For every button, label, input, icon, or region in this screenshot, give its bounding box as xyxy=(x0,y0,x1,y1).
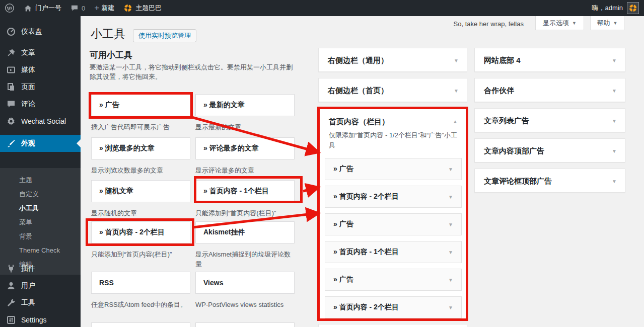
widget-desc: 显示浏览次数最多的文章 xyxy=(91,166,191,175)
widget-card-most-commented[interactable]: » 评论最多的文章 xyxy=(195,137,295,159)
plus-icon: + xyxy=(94,3,99,13)
chevron-down-icon[interactable]: ▼ xyxy=(612,88,617,94)
chevron-down-icon[interactable]: ▼ xyxy=(448,305,453,310)
submenu-item-background[interactable]: 背景 xyxy=(0,229,81,243)
available-widgets-intro: 要激活某一小工具，将它拖动到侧栏或点击它。要禁用某一小工具并删除其设置，将它拖回… xyxy=(90,62,295,81)
placed-widget-ad[interactable]: » 广告▼ xyxy=(325,158,462,180)
comment-count: 0 xyxy=(82,5,85,12)
wordpress-logo-icon xyxy=(5,3,15,13)
widget-card-partial[interactable] xyxy=(91,322,190,327)
new-content-menu[interactable]: + 新建 xyxy=(90,0,119,16)
widget-card-home-2col[interactable]: » 首页内容 - 2个栏目 xyxy=(91,221,190,243)
media-icon xyxy=(6,65,16,75)
comments-shortcut[interactable]: 0 xyxy=(66,0,90,16)
available-widgets-heading: 可用小工具 xyxy=(90,49,132,61)
sidebar-item-comments[interactable]: 评论 xyxy=(0,96,81,113)
widget-card-ad[interactable]: » 广告 xyxy=(91,94,190,116)
help-tab[interactable]: 帮助 ▼ xyxy=(590,16,624,30)
sidebar-panel-right-general[interactable]: 右侧边栏（通用） ▼ xyxy=(318,48,467,72)
widget-desc: 任意RSS或Atom feed中的条目。 xyxy=(91,300,191,309)
widget-card-random-posts[interactable]: » 随机文章 xyxy=(91,180,190,202)
chevron-down-icon[interactable]: ▼ xyxy=(454,58,459,63)
sidebar-item-media[interactable]: 媒体 xyxy=(0,61,81,78)
screen-options-tab[interactable]: 显示选项 ▼ xyxy=(535,16,584,30)
sidebar-item-settings[interactable]: Settings xyxy=(0,311,81,327)
widget-desc: 显示评论最多的文章 xyxy=(195,166,296,175)
chevron-down-icon[interactable]: ▼ xyxy=(454,88,459,94)
widget-card-most-viewed[interactable]: » 浏览最多的文章 xyxy=(91,137,190,159)
wrench-icon xyxy=(6,298,16,308)
admin-bar: 门户一号 0 + 新建 主题巴巴 嗨，admin xyxy=(0,0,644,16)
submenu-item-customize[interactable]: 自定义 xyxy=(0,187,81,201)
placed-widget-ad[interactable]: » 广告▼ xyxy=(325,269,462,291)
visit-site-link[interactable]: 门户一号 xyxy=(19,0,66,16)
widget-card-views[interactable]: Views xyxy=(195,272,295,294)
main-content: So, take her wrap, fellas 显示选项 ▼ 帮助 ▼ 小工… xyxy=(81,16,644,327)
sidebar-item-pages[interactable]: 页面 xyxy=(0,78,81,96)
chevron-down-icon[interactable]: ▼ xyxy=(448,277,453,283)
sidebar-item-plugins[interactable]: 插件 xyxy=(0,260,81,277)
panel-title[interactable]: 首页内容（栏目） xyxy=(329,117,389,127)
chevron-down-icon[interactable]: ▼ xyxy=(612,148,617,154)
placed-widget-home-2col[interactable]: » 首页内容 - 2个栏目▼ xyxy=(325,296,462,318)
sidebar-panel-list-ad[interactable]: 文章列表广告 ▼ xyxy=(474,108,625,132)
sidebar-panel-comment-top-ad[interactable]: 文章评论框顶部广告 ▼ xyxy=(474,169,625,193)
sidebar-item-posts[interactable]: 文章 xyxy=(0,44,81,61)
avatar-logo-icon xyxy=(628,4,637,13)
comments-icon xyxy=(6,99,16,109)
chevron-down-icon[interactable]: ▼ xyxy=(612,58,617,63)
submenu-item-widgets[interactable]: 小工具 xyxy=(0,201,81,215)
chevron-down-icon[interactable]: ▼ xyxy=(612,179,617,184)
chevron-down-icon[interactable]: ▼ xyxy=(448,167,453,172)
theme-vendor-label: 主题巴巴 xyxy=(135,4,162,13)
widget-card-partial[interactable] xyxy=(195,322,295,327)
sidebar-panel-partial[interactable] xyxy=(318,324,467,327)
gear-icon xyxy=(6,116,16,126)
sidebar-item-users[interactable]: 用户 xyxy=(0,277,81,294)
placed-widget-home-2col[interactable]: » 首页内容 - 2个栏目▼ xyxy=(325,186,462,208)
sidebar-panel-partners[interactable]: 合作伙伴 ▼ xyxy=(474,78,625,102)
sidebar-item-appearance[interactable]: 外观 xyxy=(0,135,81,152)
widget-card-latest-posts[interactable]: » 最新的文章 xyxy=(195,94,295,116)
appearance-submenu: 主题 自定义 小工具 菜单 背景 Theme Check 编辑 xyxy=(0,168,81,275)
sidebar-item-tools[interactable]: 工具 xyxy=(0,294,81,311)
chevron-up-icon[interactable]: ▲ xyxy=(453,119,458,124)
sidebar-panel-footer-4[interactable]: 网站底部 4 ▼ xyxy=(474,48,625,72)
chevron-down-icon[interactable]: ▼ xyxy=(612,118,617,124)
placed-widget-ad[interactable]: » 广告▼ xyxy=(325,213,462,235)
user-greeting[interactable]: 嗨，admin xyxy=(592,4,623,13)
widget-desc: 显示Akismet捕捉到的垃圾评论数量 xyxy=(195,250,296,269)
site-name: 门户一号 xyxy=(35,4,61,13)
chevron-down-icon: ▼ xyxy=(572,21,577,26)
widget-card-home-1col[interactable]: » 首页内容 - 1个栏目 xyxy=(195,180,295,202)
sidebar-item-wechat-social[interactable]: Wechat Social xyxy=(0,113,81,130)
home-icon xyxy=(24,4,32,13)
sidebar-panel-right-home[interactable]: 右侧边栏（首页） ▼ xyxy=(318,78,467,102)
submenu-item-theme-check[interactable]: Theme Check xyxy=(0,243,81,258)
plugin-icon xyxy=(6,264,16,274)
sidebar-panel-content-top-ad[interactable]: 文章内容顶部广告 ▼ xyxy=(474,138,625,162)
chevron-down-icon[interactable]: ▼ xyxy=(448,194,453,200)
panel-description: 仅限添加“首页内容 - 1/2个栏目”和“广告”小工具 xyxy=(329,130,459,150)
widget-desc: 只能添加到“首页内容(栏目)” xyxy=(91,250,191,259)
chevron-down-icon: ▼ xyxy=(613,21,618,26)
current-menu-arrow xyxy=(77,139,81,147)
appearance-brush-icon xyxy=(6,138,16,148)
live-preview-button[interactable]: 使用实时预览管理 xyxy=(133,29,196,42)
submenu-item-themes[interactable]: 主题 xyxy=(0,173,81,187)
chevron-down-icon[interactable]: ▼ xyxy=(448,222,453,227)
widget-card-rss[interactable]: RSS xyxy=(91,272,190,294)
sidebar-item-dashboard[interactable]: 仪表盘 xyxy=(0,23,81,40)
theme-vendor-menu[interactable]: 主题巴巴 xyxy=(119,0,166,16)
widget-desc: WP-PostViews views statistics xyxy=(195,300,296,309)
wordpress-logo-menu[interactable] xyxy=(0,0,19,16)
widget-card-akismet[interactable]: Akismet挂件 xyxy=(195,221,295,243)
submenu-item-menus[interactable]: 菜单 xyxy=(0,215,81,229)
avatar[interactable] xyxy=(627,2,639,14)
placed-widget-home-1col[interactable]: » 首页内容 - 1个栏目▼ xyxy=(325,241,462,263)
user-icon xyxy=(6,281,16,291)
theme-vendor-icon xyxy=(123,4,132,13)
sliders-icon xyxy=(6,315,16,325)
new-label: 新建 xyxy=(101,4,114,13)
chevron-down-icon[interactable]: ▼ xyxy=(448,250,453,255)
